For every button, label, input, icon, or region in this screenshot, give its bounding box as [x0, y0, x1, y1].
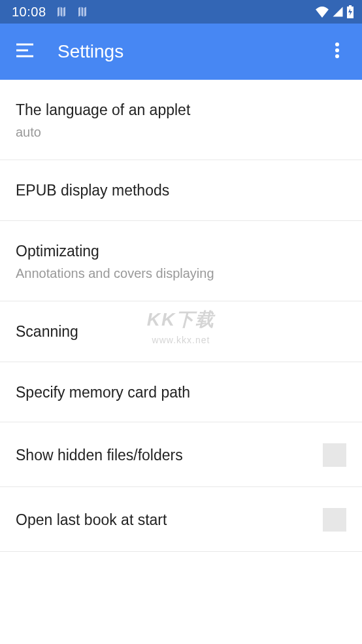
- status-bar-left: 10:08: [12, 5, 88, 20]
- setting-text: Optimizating Annotations and covers disp…: [16, 242, 346, 281]
- setting-item-scanning[interactable]: Scanning: [0, 301, 362, 362]
- setting-text: Show hidden files/folders: [16, 446, 312, 466]
- setting-item-language[interactable]: The language of an applet auto: [0, 80, 362, 160]
- setting-text: Specify memory card path: [16, 383, 346, 403]
- app-bar: Settings: [0, 24, 362, 80]
- setting-item-open-last-book[interactable]: Open last book at start: [0, 487, 362, 552]
- menu-button[interactable]: [10, 37, 39, 66]
- status-bar: 10:08: [0, 0, 362, 24]
- setting-title: Specify memory card path: [16, 383, 346, 403]
- setting-item-hidden-files[interactable]: Show hidden files/folders: [0, 422, 362, 487]
- checkbox-hidden-files[interactable]: [323, 443, 346, 467]
- svg-point-3: [335, 42, 339, 46]
- more-vert-icon: [335, 42, 339, 61]
- setting-title: Scanning: [16, 322, 346, 342]
- svg-point-5: [335, 54, 339, 58]
- settings-list: The language of an applet auto EPUB disp…: [0, 80, 362, 552]
- setting-subtitle: Annotations and covers displaying: [16, 265, 346, 281]
- svg-point-4: [335, 48, 339, 52]
- more-options-button[interactable]: [323, 37, 352, 66]
- hamburger-icon: [16, 43, 33, 60]
- setting-text: The language of an applet auto: [16, 101, 346, 140]
- notification-icon-1: [56, 6, 67, 18]
- setting-title: Show hidden files/folders: [16, 446, 312, 466]
- setting-title: EPUB display methods: [16, 181, 346, 201]
- setting-title: The language of an applet: [16, 101, 346, 120]
- cellular-icon: [332, 6, 344, 18]
- setting-text: Open last book at start: [16, 511, 312, 530]
- wifi-icon: [315, 6, 329, 18]
- status-bar-right: [315, 5, 354, 18]
- setting-text: EPUB display methods: [16, 181, 346, 201]
- setting-text: Scanning: [16, 322, 346, 342]
- setting-title: Open last book at start: [16, 511, 312, 530]
- setting-item-memory-card[interactable]: Specify memory card path: [0, 362, 362, 423]
- setting-item-epub[interactable]: EPUB display methods: [0, 160, 362, 221]
- battery-icon: [346, 5, 354, 18]
- setting-title: Optimizating: [16, 242, 346, 262]
- page-title: Settings: [58, 41, 323, 62]
- status-time: 10:08: [12, 5, 46, 20]
- checkbox-open-last-book[interactable]: [323, 508, 346, 532]
- setting-subtitle: auto: [16, 124, 346, 140]
- notification-icon-2: [76, 6, 88, 18]
- setting-item-optimizing[interactable]: Optimizating Annotations and covers disp…: [0, 221, 362, 301]
